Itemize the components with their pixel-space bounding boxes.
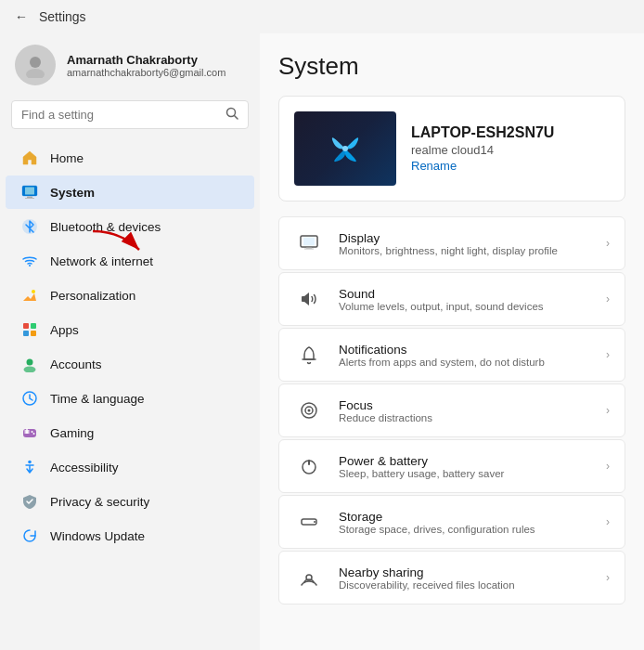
apps-icon bbox=[20, 320, 39, 339]
svg-rect-14 bbox=[31, 331, 36, 336]
svg-rect-30 bbox=[303, 238, 315, 246]
sidebar-item-label: Personalization bbox=[50, 289, 135, 303]
focus-icon bbox=[294, 396, 324, 425]
rename-link[interactable]: Rename bbox=[411, 159, 554, 173]
svg-point-28 bbox=[342, 146, 348, 151]
sidebar-item-label: Privacy & security bbox=[50, 495, 149, 509]
svg-point-9 bbox=[29, 265, 31, 266]
settings-item-notifications[interactable]: Notifications Alerts from apps and syste… bbox=[278, 328, 625, 382]
titlebar-title: Settings bbox=[39, 9, 86, 24]
user-email: amarnathchakraborty6@gmail.com bbox=[67, 67, 225, 78]
svg-point-35 bbox=[308, 410, 311, 412]
notifications-desc: Alerts from apps and system, do not dist… bbox=[339, 357, 545, 368]
device-image bbox=[294, 111, 396, 186]
storage-arrow: › bbox=[606, 515, 610, 528]
svg-rect-6 bbox=[27, 197, 32, 199]
settings-item-focus[interactable]: Focus Reduce distractions › bbox=[278, 384, 625, 437]
sidebar-item-bluetooth[interactable]: Bluetooth & devices bbox=[6, 210, 254, 243]
storage-icon bbox=[294, 507, 324, 537]
device-card[interactable]: LAPTOP-ESH2SN7U realme cloud14 Rename bbox=[278, 96, 625, 202]
display-title: Display bbox=[339, 231, 558, 245]
search-icon bbox=[225, 107, 238, 123]
notifications-arrow: › bbox=[606, 348, 610, 361]
accessibility-icon bbox=[20, 458, 39, 476]
sound-title: Sound bbox=[339, 287, 544, 301]
sidebar-item-windows-update[interactable]: Windows Update bbox=[6, 519, 254, 552]
nearby-icon bbox=[294, 563, 324, 592]
settings-list: Display Monitors, brightness, night ligh… bbox=[278, 216, 625, 604]
storage-title: Storage bbox=[339, 510, 535, 524]
sidebar-item-home[interactable]: Home bbox=[6, 141, 254, 175]
focus-title: Focus bbox=[339, 398, 432, 412]
nearby-desc: Discoverability, received files location bbox=[339, 579, 515, 591]
svg-point-25 bbox=[28, 461, 32, 464]
power-title: Power & battery bbox=[339, 454, 504, 468]
display-desc: Monitors, brightness, night light, displ… bbox=[339, 245, 558, 256]
privacy-icon bbox=[20, 492, 39, 511]
device-info: LAPTOP-ESH2SN7U realme cloud14 Rename bbox=[411, 124, 554, 173]
svg-point-24 bbox=[33, 433, 35, 435]
notifications-text: Notifications Alerts from apps and syste… bbox=[339, 343, 545, 368]
sidebar-item-label: Accounts bbox=[50, 358, 102, 371]
svg-rect-7 bbox=[25, 198, 34, 199]
sidebar-item-accounts[interactable]: Accounts bbox=[6, 347, 254, 381]
notifications-icon bbox=[294, 340, 324, 370]
sidebar-item-label: System bbox=[50, 186, 95, 200]
svg-rect-5 bbox=[25, 188, 34, 195]
sound-desc: Volume levels, output, input, sound devi… bbox=[339, 301, 544, 312]
nearby-title: Nearby sharing bbox=[339, 566, 515, 579]
sidebar-item-label: Time & language bbox=[50, 392, 145, 406]
settings-item-storage[interactable]: Storage Storage space, drives, configura… bbox=[278, 495, 625, 549]
personalization-icon bbox=[20, 286, 39, 305]
windows-update-icon bbox=[20, 526, 39, 545]
settings-item-power[interactable]: Power & battery Sleep, battery usage, ba… bbox=[278, 439, 625, 493]
sound-icon bbox=[294, 284, 324, 314]
settings-item-sound[interactable]: Sound Volume levels, output, input, soun… bbox=[278, 272, 625, 326]
sound-arrow: › bbox=[606, 292, 610, 306]
power-arrow: › bbox=[606, 460, 610, 473]
sidebar-item-label: Bluetooth & devices bbox=[50, 220, 161, 234]
sidebar-item-time[interactable]: Time & language bbox=[6, 382, 254, 415]
nearby-arrow: › bbox=[606, 571, 610, 584]
sidebar-item-accessibility[interactable]: Accessibility bbox=[6, 450, 254, 484]
user-info: Amarnath Chakraborty amarnathchakraborty… bbox=[67, 53, 225, 78]
display-icon bbox=[294, 228, 324, 258]
time-icon bbox=[20, 389, 39, 408]
titlebar: ← Settings bbox=[0, 0, 644, 33]
focus-arrow: › bbox=[606, 404, 610, 417]
bluetooth-icon bbox=[20, 217, 39, 236]
sidebar-item-personalization[interactable]: Personalization bbox=[6, 279, 254, 312]
sidebar-item-privacy[interactable]: Privacy & security bbox=[6, 485, 254, 518]
page-title: System bbox=[278, 52, 625, 81]
storage-desc: Storage space, drives, configuration rul… bbox=[339, 524, 535, 535]
search-box[interactable] bbox=[11, 100, 249, 129]
svg-rect-11 bbox=[23, 323, 29, 329]
user-section[interactable]: Amarnath Chakraborty amarnathchakraborty… bbox=[0, 33, 260, 100]
search-input[interactable] bbox=[21, 108, 220, 122]
sidebar-item-network[interactable]: Network & internet bbox=[6, 244, 254, 278]
svg-point-16 bbox=[24, 367, 36, 373]
svg-rect-12 bbox=[31, 323, 36, 329]
nav-list: Home System bbox=[0, 140, 260, 553]
svg-point-23 bbox=[32, 431, 33, 433]
settings-item-display[interactable]: Display Monitors, brightness, night ligh… bbox=[278, 216, 625, 270]
network-icon bbox=[20, 252, 39, 270]
content-area: System LAPTOP-ESH2 bbox=[260, 33, 644, 650]
power-icon bbox=[294, 451, 324, 481]
back-button[interactable]: ← bbox=[15, 9, 28, 24]
sidebar-item-gaming[interactable]: Gaming bbox=[6, 416, 254, 449]
user-name: Amarnath Chakraborty bbox=[67, 53, 225, 67]
svg-rect-31 bbox=[306, 247, 312, 249]
sidebar-item-label: Windows Update bbox=[50, 529, 145, 543]
sidebar-item-system[interactable]: System bbox=[6, 176, 254, 209]
svg-point-0 bbox=[30, 57, 41, 68]
sidebar-item-label: Home bbox=[50, 151, 84, 165]
notifications-title: Notifications bbox=[339, 343, 545, 357]
svg-rect-32 bbox=[304, 249, 314, 250]
power-desc: Sleep, battery usage, battery saver bbox=[339, 468, 504, 479]
sidebar-item-label: Accessibility bbox=[50, 461, 119, 474]
sidebar-item-apps[interactable]: Apps bbox=[6, 313, 254, 346]
settings-item-nearby[interactable]: Nearby sharing Discoverability, received… bbox=[278, 551, 625, 604]
svg-point-38 bbox=[314, 521, 316, 523]
nearby-text: Nearby sharing Discoverability, received… bbox=[339, 566, 515, 591]
